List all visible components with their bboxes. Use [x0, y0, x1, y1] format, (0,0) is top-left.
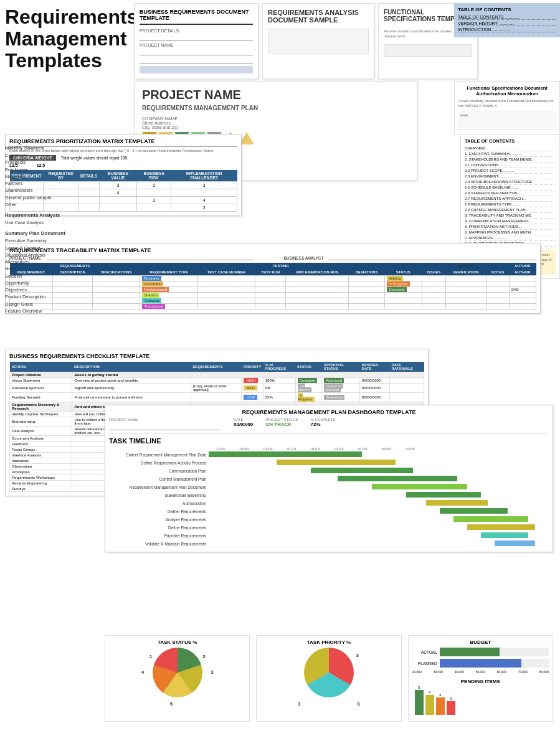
tm-col-issues: ISSUES [422, 269, 445, 276]
sidebar-opportunity: Opportunity [5, 280, 100, 286]
tm-col-auth2: AUTHOR [509, 269, 536, 276]
sidebar-req-analysis: Requirements Analysis [5, 212, 100, 219]
sidebar-situational: Situational Analysis [5, 252, 100, 258]
tm-col-tr: TEST RUN [255, 269, 286, 276]
rt-item-9: 2.7 REQUIREMENTS APPROACH... [465, 196, 556, 202]
rt-item-14: 5. PRIORITIZATION METHODS.... [465, 224, 556, 230]
tm-col-dev: DEVIATIONS [349, 269, 385, 276]
rt-item-5: 2.3 ENVIRONMENT............. [465, 174, 556, 179]
rt-item-1: 1. EXECUTIVE SUMMARY........... [465, 151, 556, 157]
badge-high: HIGH [244, 378, 258, 383]
cl-col-rationale: DATE RATIONALE [389, 362, 424, 372]
cl-col-action: ACTION [10, 362, 72, 372]
analyst-label: BUSINESS ANALYST [284, 256, 323, 260]
status-complete: Complete [387, 287, 407, 292]
tm-col-type: REQUIREMENT TYPE [140, 269, 197, 276]
rad-template-card[interactable]: REQUIREMENTS ANALYSIS DOCUMENT SAMPLE [262, 3, 374, 79]
status-submit-approval: Submit for Approval [324, 384, 343, 392]
company-address: Street Address [142, 121, 409, 125]
cl-col-pct: % of PROGRESS [263, 362, 295, 372]
badge-low: LOW [244, 395, 257, 400]
gantt-row: Control Management Plan [109, 475, 549, 483]
status-complete: Complete [298, 378, 318, 383]
page-title: Requirements Management Templates [5, 6, 130, 72]
db-proj: PROJECT NAME [109, 418, 221, 430]
tm-col-author: AUTHOR [509, 263, 536, 269]
sidebar-design-goals: Design Goals [5, 301, 100, 308]
budget-planned-bar [440, 659, 521, 668]
pm-col-ic: IMPLEMENTATION CHALLENGES [171, 170, 237, 182]
table-row: Vision Statement Overview of project goa… [10, 378, 424, 384]
sidebar-other: Other [5, 201, 100, 208]
status-approved: Approved [324, 378, 344, 383]
sidebar-summary-plan: Summary Plan Document [5, 230, 100, 237]
rt-overview: OVERVIEW... [465, 146, 556, 151]
sidebar-identify: Identify Sources [5, 144, 100, 152]
gantt-row: Requirement Management Plan Document [109, 483, 549, 491]
status-not-started: Not Started [298, 384, 311, 392]
project-subtitle: REQUIREMENTS MANAGEMENT PLAN [142, 105, 409, 111]
toc-item-3: INTRODUCTION ............... [458, 27, 556, 32]
fst-detail-body: I have carefully reviewed the Functional… [458, 98, 556, 109]
sidebar-scope: Scope & Context [5, 245, 100, 252]
budget-title: BUDGET [412, 640, 549, 645]
pending-title: PENDING ITEMS [412, 679, 549, 684]
type-nonfunctional: Nonfunctional [142, 287, 169, 292]
rt-item-3: 2.1 CONVENTIONS............. [465, 163, 556, 168]
cl-col-date: DESIRED DATE [360, 362, 390, 372]
task-status-pie: 1 2 5 3 4 [146, 648, 209, 710]
type-business: Business [142, 276, 161, 281]
toc-item-2: VERSION HISTORY ............. [458, 21, 556, 26]
sidebar-managers: Managers [5, 173, 100, 180]
right-toc-title: TABLE OF CONTENTS [465, 138, 556, 144]
rt-item-11: 2.9 CHANGE MANAGEMENT PLAN.. [465, 207, 556, 213]
badge-med: MED [244, 385, 257, 390]
gantt-row: Define Requirement Activity Process [109, 459, 549, 466]
task-priority-pie: 3 6 3 [298, 648, 360, 710]
gantt-row: Gather Requirements [109, 507, 549, 515]
dashboard-section: REQUIREMENTS MANAGEMENT PLAN DASHBOARD T… [105, 405, 553, 552]
sidebar-shareholders: Shareholders [5, 187, 100, 194]
sidebar-employees: Employees [5, 166, 100, 173]
task-status-chart: TASK STATUS % 1 2 5 3 4 [105, 635, 250, 722]
pending-bar-4b [436, 697, 445, 715]
cl-col-pri: PRIORITY [242, 362, 263, 372]
budget-axis: 20,00030,00040,00050,00060,00070,00080,0… [412, 670, 549, 674]
sidebar-genpublic: General public sample [5, 194, 100, 201]
rad-title: REQUIREMENTS ANALYSIS DOCUMENT SAMPLE [268, 9, 369, 24]
company-name: COMPANY NAME [142, 116, 409, 121]
task-priority-title: TASK PRIORITY % [260, 640, 397, 645]
brd-template-card[interactable]: BUSINESS REQUIREMENTS DOCUMENT TEMPLATE … [134, 3, 259, 79]
pending-bar-3 [447, 701, 455, 715]
gantt-row: Collect Requirement Management Plan Data [109, 451, 549, 458]
fst-detail-card: Functional Specifications Document Autho… [454, 81, 560, 135]
sidebar-customers: Customers [5, 152, 100, 159]
gantt-row: Define Requirements [109, 524, 549, 531]
sidebar-exec-summary: Executive Summary [5, 237, 100, 244]
gantt-row: Authorization [109, 499, 549, 507]
rt-item-10: 2.8 REQUIREMENTS TYPE....... [465, 202, 556, 207]
cl-title: BUSINESS REQUIREMENTS CHECKLIST TEMPLATE [9, 353, 424, 359]
pending-bars: 5 4 4 3 [412, 686, 549, 717]
type-functional: Functional [142, 281, 163, 286]
sidebar-partners: Partners [5, 180, 100, 187]
gantt-row: Validate & Maintain Requirements [109, 540, 549, 547]
toc-title: TABLE OF CONTENTS [458, 7, 556, 12]
db-title: REQUIREMENTS MANAGEMENT PLAN DASHBOARD T… [109, 409, 549, 415]
sidebar-need: Need [5, 265, 100, 272]
gantt-row: Stakeholder Baselining [109, 491, 549, 499]
tm-col-status: STATUS [384, 269, 422, 276]
gantt-row: Analyze Requirements [109, 516, 549, 523]
tm-col-tc: TEST CASE NUMBER [197, 269, 255, 276]
sidebar-objectives: Objectives [5, 286, 100, 293]
cl-col-approval: APPROVAL STATUS [322, 362, 360, 372]
brd-field2: PROJECT NAME [140, 43, 253, 47]
budget-planned-row: PLANNED [412, 659, 549, 668]
rt-item-6: 2.4 WORK BREAKDOWN STRUCTURE. [465, 179, 556, 185]
task-priority-chart: TASK PRIORITY % 3 6 3 [256, 635, 401, 722]
rt-item-13: 4. COMMUNICATION MANAGEMENT... [465, 219, 556, 224]
status-inprogress: In Progress [387, 281, 410, 286]
budget-actual-bar [440, 648, 500, 656]
budget-chart: BUDGET ACTUAL PLANNED 20,00030,00040,000… [408, 635, 553, 722]
tm-sec-test: TESTING [140, 263, 422, 269]
